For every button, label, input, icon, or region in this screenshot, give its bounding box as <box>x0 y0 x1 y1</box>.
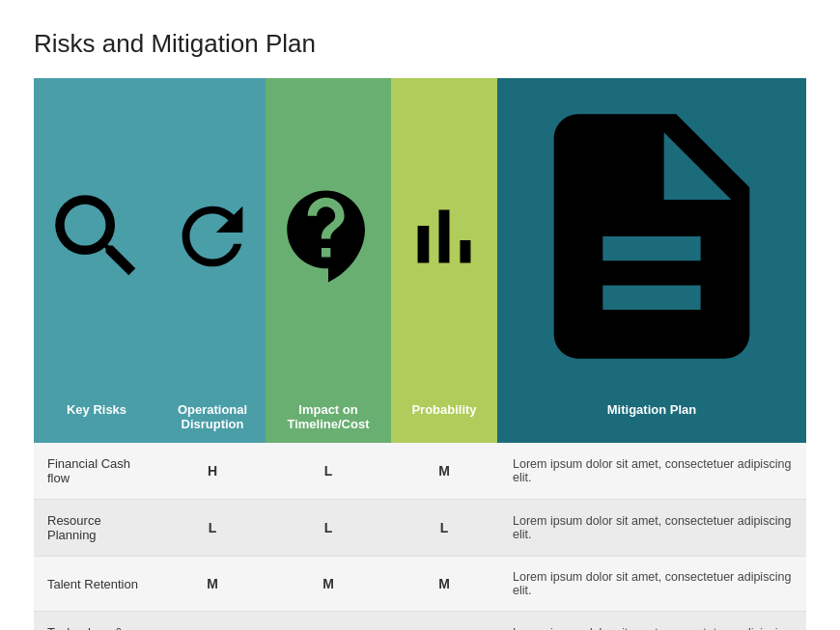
cell-key-risk: Technology & Infrastructure <box>34 612 159 631</box>
page-title: Risks and Mitigation Plan <box>34 29 806 59</box>
cell-mitigation: Lorem ipsum dolor sit amet, consectetuer… <box>497 557 806 612</box>
cell-impact: L <box>266 500 391 557</box>
coins-icon <box>273 181 383 291</box>
chart-icon <box>399 191 490 282</box>
refresh-icon <box>167 191 258 282</box>
table-row: Resource PlanningLLLLorem ipsum dolor si… <box>34 500 806 557</box>
cell-impact: L <box>266 612 391 631</box>
cell-operational-disruption: H <box>159 443 266 500</box>
col-impact-icon-cell <box>266 78 391 395</box>
cell-operational-disruption: L <box>159 612 266 631</box>
icon-row <box>34 78 806 395</box>
table-row: Financial Cash flowHLMLorem ipsum dolor … <box>34 443 806 500</box>
col-header-mitigation-plan: Mitigation Plan <box>497 395 806 443</box>
risk-table: Key Risks Operational Disruption Impact … <box>34 78 806 630</box>
col-op-disruption-icon-cell <box>159 78 266 395</box>
col-probability-icon-cell <box>391 78 497 395</box>
col-mitigation-icon-cell <box>497 78 806 395</box>
cell-impact: L <box>266 443 391 500</box>
table-row: Talent RetentionMMMLorem ipsum dolor sit… <box>34 557 806 612</box>
cell-operational-disruption: M <box>159 557 266 612</box>
col-header-operational-disruption: Operational Disruption <box>159 395 266 443</box>
cell-operational-disruption: L <box>159 500 266 557</box>
cell-key-risk: Talent Retention <box>34 557 159 612</box>
table-body: Financial Cash flowHLMLorem ipsum dolor … <box>34 443 806 630</box>
cell-mitigation: Lorem ipsum dolor sit amet, consectetuer… <box>497 500 806 557</box>
cell-probability: L <box>391 500 497 557</box>
cell-probability: L <box>391 612 497 631</box>
cell-key-risk: Financial Cash flow <box>34 443 159 500</box>
col-key-risks-icon-cell <box>34 78 159 395</box>
header-label-row: Key Risks Operational Disruption Impact … <box>34 395 806 443</box>
document-icon <box>505 90 798 383</box>
col-header-impact: Impact on Timeline/Cost <box>266 395 391 443</box>
cell-key-risk: Resource Planning <box>34 500 159 557</box>
cell-mitigation: Lorem ipsum dolor sit amet, consectetuer… <box>497 443 806 500</box>
cell-probability: M <box>391 557 497 612</box>
cell-probability: M <box>391 443 497 500</box>
cell-mitigation: Lorem ipsum dolor sit amet, consectetuer… <box>497 612 806 631</box>
col-header-key-risks: Key Risks <box>34 395 159 443</box>
search-icon <box>42 181 152 291</box>
cell-impact: M <box>266 557 391 612</box>
table-row: Technology & InfrastructureLLLLorem ipsu… <box>34 612 806 631</box>
col-header-probability: Probability <box>391 395 497 443</box>
